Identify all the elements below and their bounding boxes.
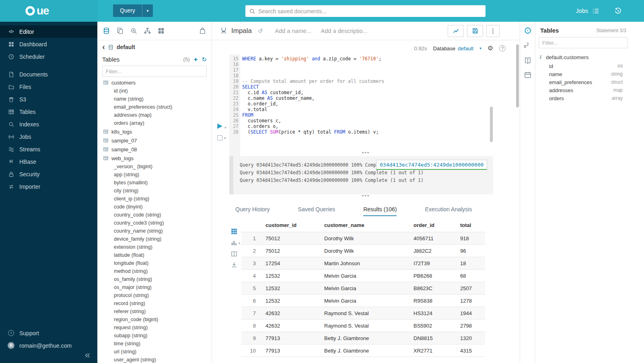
assist-column[interactable]: subapp (string)	[103, 332, 212, 340]
right-column-name[interactable]: namestring	[535, 70, 644, 78]
query-button[interactable]: Query ▾	[113, 4, 153, 17]
database-selector[interactable]: default	[458, 45, 473, 52]
apps-grid-icon[interactable]	[157, 27, 165, 35]
right-filter-input[interactable]	[539, 37, 628, 48]
sidebar-item-files[interactable]: Files	[0, 80, 97, 93]
snippet-settings-icon[interactable]	[217, 135, 222, 140]
assist-column[interactable]: country_code (string)	[103, 211, 212, 219]
functions-icon[interactable]: x2	[524, 42, 529, 50]
chevron-down-icon[interactable]: ▾	[479, 46, 481, 50]
sidebar-item-importer[interactable]: Importer	[0, 180, 97, 193]
add-table-icon[interactable]: +	[193, 56, 198, 63]
chart-button[interactable]	[448, 25, 464, 37]
assist-column[interactable]: region_code (bigint)	[103, 316, 212, 324]
query-button-caret[interactable]: ▾	[142, 4, 153, 17]
assist-column[interactable]: latitude (float)	[103, 251, 212, 259]
sidebar-item-indexes[interactable]: Indexes	[0, 118, 97, 130]
assist-column[interactable]: method (string)	[103, 267, 212, 275]
assist-table-sample-08[interactable]: sample_08	[103, 145, 212, 154]
query-id-tooltip[interactable]: 034d413ec7474ed5:4249de1000000000	[376, 160, 487, 170]
assist-column[interactable]: longitude (float)	[103, 259, 212, 267]
editor-code[interactable]: WHERE a.key = 'shipping' and a.zip_code …	[240, 54, 520, 156]
assist-column[interactable]: protocol (string)	[103, 291, 212, 299]
assist-column[interactable]: _version_ (bigint)	[103, 163, 212, 171]
results-col-total[interactable]: total	[459, 218, 485, 232]
assist-column[interactable]: request (string)	[103, 324, 212, 332]
assist-column[interactable]: country_code3 (string)	[103, 219, 212, 227]
undo-icon[interactable]: ↺	[258, 28, 263, 34]
sidebar-item-scheduler[interactable]: Scheduler	[0, 50, 97, 63]
tab-execution-analysis[interactable]: Execution Analysis	[425, 206, 472, 216]
query-description-input[interactable]	[321, 28, 377, 34]
assist-column[interactable]: device_family (string)	[103, 235, 212, 243]
sidebar-item-user[interactable]: R romain@gethue.com	[0, 339, 97, 352]
tab-results-106[interactable]: Results (106)	[363, 206, 397, 216]
tab-saved-queries[interactable]: Saved Queries	[298, 206, 335, 216]
sidebar-item-editor[interactable]: </>Editor	[0, 25, 97, 38]
sidebar-item-hbase[interactable]: HHBase	[0, 155, 97, 168]
assist-column[interactable]: os_family (string)	[103, 275, 212, 283]
sidebar-item-support[interactable]: ? Support	[0, 327, 97, 339]
assist-column[interactable]: id (int)	[103, 87, 212, 95]
assist-column[interactable]: app (string)	[103, 171, 212, 179]
sidebar-item-streams[interactable]: Streams	[0, 143, 97, 155]
assist-filter-input[interactable]	[102, 66, 207, 77]
schedule-icon[interactable]	[524, 71, 532, 79]
assist-column[interactable]: code (tinyint)	[103, 203, 212, 211]
back-chevron-icon[interactable]: ‹	[102, 42, 105, 51]
right-column-addresses[interactable]: addressesmap	[535, 86, 644, 94]
assist-column[interactable]: url (string)	[103, 348, 212, 356]
right-column-email-preferences[interactable]: email_preferencesstruct	[535, 78, 644, 86]
documents-source-icon[interactable]	[116, 27, 124, 35]
assist-column[interactable]: os_major (string)	[103, 283, 212, 291]
assist-table-customers[interactable]: customers	[103, 78, 212, 87]
assist-column[interactable]: referer (string)	[103, 307, 212, 316]
assist-column[interactable]: name (string)	[103, 95, 212, 103]
editor-scrollbar[interactable]	[490, 107, 493, 142]
assist-column[interactable]: city (string)	[103, 187, 212, 195]
assistant-icon[interactable]	[524, 27, 532, 35]
chart-view-icon[interactable]	[230, 239, 238, 246]
assist-column[interactable]: country_name (string)	[103, 227, 212, 235]
tab-query-history[interactable]: Query History	[235, 206, 270, 216]
snippet-settings-caret[interactable]: ▾	[224, 136, 226, 140]
breadcrumb-database-name[interactable]: default	[117, 44, 135, 50]
resize-handle-top[interactable]: •••	[212, 151, 520, 155]
assist-column[interactable]: bytes (smallint)	[103, 179, 212, 187]
zoom-in-icon[interactable]	[130, 27, 138, 35]
sidebar-item-jobs[interactable]: Jobs	[0, 130, 97, 143]
assist-table-web-logs[interactable]: web_logs	[103, 154, 212, 163]
query-history-icon[interactable]	[614, 7, 622, 15]
sidebar-item-tables[interactable]: Tables	[0, 105, 97, 118]
assist-column[interactable]: orders (array)	[103, 119, 212, 127]
sitemap-icon[interactable]	[144, 27, 151, 35]
download-icon[interactable]	[230, 261, 238, 268]
main-scrollbar[interactable]	[516, 44, 519, 107]
results-col-customer-id[interactable]: customer_id	[265, 218, 323, 232]
code-editor[interactable]: ▶ ▾ ▾ 1516171819202122232425262728 WHERE…	[212, 54, 520, 156]
columns-view-icon[interactable]	[230, 250, 238, 258]
right-column-id[interactable]: idint	[535, 62, 644, 70]
assist-column[interactable]: addresses (map)	[103, 111, 212, 119]
assist-table-k8s-logs[interactable]: k8s_logs	[103, 127, 212, 136]
jobs-icon[interactable]	[592, 7, 600, 15]
execute-options-caret[interactable]: ▾	[224, 126, 226, 130]
active-table-row[interactable]: i default.customers	[535, 52, 644, 62]
grid-view-icon[interactable]	[230, 228, 238, 235]
execute-button[interactable]: ▶	[217, 122, 222, 129]
refresh-icon[interactable]: ↻	[202, 56, 207, 62]
sidebar-item-s3[interactable]: S3	[0, 93, 97, 105]
assist-column[interactable]: user_agent (string)	[103, 356, 212, 363]
results-col-customer-name[interactable]: customer_name	[323, 218, 413, 232]
settings-gear-icon[interactable]: ⚙	[488, 45, 493, 52]
assist-column[interactable]: email_preferences (struct)	[103, 103, 212, 111]
jobs-link[interactable]: Jobs	[576, 8, 588, 14]
help-icon[interactable]: ?	[499, 45, 506, 52]
assist-column[interactable]: record (string)	[103, 299, 212, 307]
sql-source-icon[interactable]	[103, 27, 110, 35]
query-name-input[interactable]	[275, 28, 315, 34]
results-col-order-id[interactable]: order_id	[413, 218, 459, 232]
hue-logo[interactable]: ue	[0, 0, 97, 22]
sidebar-item-dashboard[interactable]: Dashboard	[0, 38, 97, 50]
resize-handle-bottom[interactable]: •••	[212, 194, 520, 198]
